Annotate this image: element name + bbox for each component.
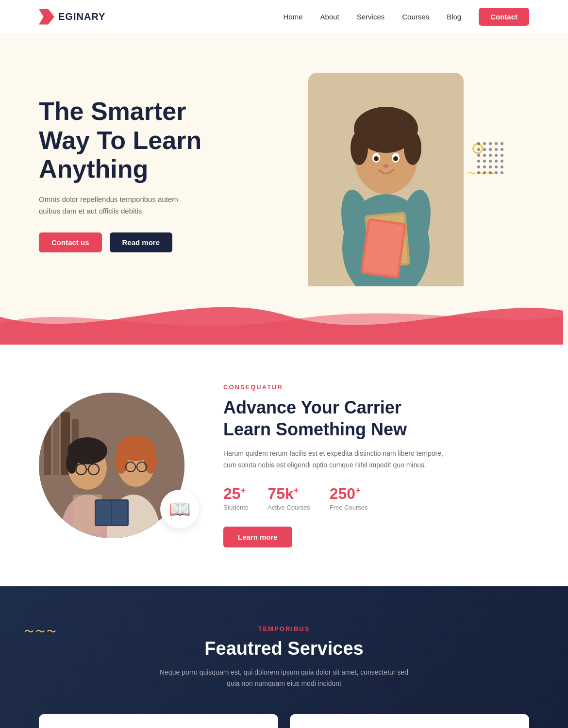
svg-point-19 [501,160,503,163]
svg-point-13 [495,154,498,157]
about-title: Advance Your Carrier Learn Something New [223,397,529,440]
svg-point-3 [495,142,498,145]
hero-title: The Smarter Way To Learn Anything [39,97,243,184]
stat-free-courses-label: Free Courses [330,504,368,511]
logo-icon [39,9,54,25]
about-content: CONSEQUATUR Advance Your Carrier Learn S… [223,383,529,547]
svg-point-9 [501,148,503,151]
svg-point-1 [483,142,486,145]
svg-point-5 [477,148,480,151]
contact-us-button[interactable]: Contact us [39,232,102,252]
svg-point-11 [483,154,486,157]
nav-courses[interactable]: Courses [402,13,429,21]
hero-section: The Smarter Way To Learn Anything Omnis … [0,34,568,345]
svg-point-26 [483,171,486,174]
logo[interactable]: EGINARY [39,9,105,25]
svg-point-2 [489,142,492,145]
hero-image-area: 〜〜〜 〜〜〜 [243,63,529,286]
svg-point-4 [501,142,503,145]
svg-point-12 [489,154,492,157]
svg-point-7 [489,148,492,151]
svg-point-17 [489,160,492,163]
book-icon: 📖 [169,499,191,519]
svg-point-15 [477,160,480,163]
nav-services[interactable]: Services [357,13,385,21]
svg-point-70 [115,449,128,474]
svg-point-14 [501,154,503,157]
svg-rect-50 [363,221,404,276]
svg-point-42 [374,156,379,161]
dot-grid [476,141,505,180]
services-header: TEMPORIBUS Feautred Services Neque porro… [39,625,529,690]
contact-button[interactable]: Contact [479,8,529,26]
svg-point-43 [393,156,398,161]
person-svg [308,73,464,286]
about-tag: CONSEQUATUR [223,383,529,391]
svg-point-16 [483,160,486,163]
hero-person-image [308,73,464,286]
hero-buttons: Contact us Read more [39,232,243,252]
svg-point-21 [483,165,486,168]
services-tag: TEMPORIBUS [39,625,529,632]
svg-point-20 [477,165,480,168]
nav-links: Home About Services Courses Blog Contact [284,8,529,26]
stat-students: 25+ Students [223,485,248,511]
read-more-button[interactable]: Read more [110,232,173,252]
svg-point-69 [144,449,157,474]
services-cards: 👩‍🏫 Awesome Teachers Omnis dolor repelle… [39,714,529,728]
svg-point-8 [495,148,498,151]
service-card-teachers: 👩‍🏫 Awesome Teachers Omnis dolor repelle… [39,714,278,728]
svg-point-23 [495,165,498,168]
svg-point-27 [489,171,492,174]
stat-free-courses-number: 250+ [330,485,368,503]
book-badge: 📖 [160,490,199,529]
logo-text: EGINARY [58,11,105,22]
about-section: 📖 CONSEQUATUR Advance Your Carrier Learn… [0,345,568,586]
svg-point-10 [477,154,480,157]
svg-point-25 [477,171,480,174]
svg-rect-54 [53,417,59,475]
navbar: EGINARY Home About Services Courses Blog… [0,0,568,34]
stat-courses: 75k+ Active Courses [267,485,310,511]
stat-students-number: 25+ [223,485,248,503]
services-section: 〜〜〜 TEMPORIBUS Feautred Services Neque p… [0,586,568,728]
svg-point-24 [501,165,503,168]
nav-home[interactable]: Home [284,13,303,21]
nav-blog[interactable]: Blog [447,13,461,21]
service-card-certificate: 🏅 Global Certificate Omnis dolor repelle… [290,714,529,728]
svg-point-6 [483,148,486,151]
hero-content: The Smarter Way To Learn Anything Omnis … [39,97,243,252]
svg-point-39 [362,124,410,153]
svg-point-44 [383,164,389,168]
hero-wave [0,286,563,345]
svg-point-22 [489,165,492,168]
svg-point-0 [477,142,480,145]
services-description: Neque porro quisquam est, qui dolorem ip… [153,667,415,690]
svg-rect-53 [44,407,51,475]
services-content: TEMPORIBUS Feautred Services Neque porro… [39,625,529,728]
svg-point-18 [495,160,498,163]
services-title: Feautred Services [39,638,529,659]
stat-students-label: Students [223,504,248,511]
svg-point-28 [495,171,498,174]
svg-point-29 [501,171,503,174]
hero-description: Omnis dolor repellendus temporibus autem… [39,194,194,217]
stats-row: 25+ Students 75k+ Active Courses 250+ Fr… [223,485,529,511]
stat-courses-number: 75k+ [267,485,310,503]
about-description: Harum quidem rerum facilis est et expedi… [223,448,447,471]
about-image-wrap: 📖 [39,393,194,538]
stat-courses-label: Active Courses [267,504,310,511]
nav-about[interactable]: About [320,13,339,21]
learn-more-button[interactable]: Learn more [223,527,292,547]
stat-free-courses: 250+ Free Courses [330,485,368,511]
